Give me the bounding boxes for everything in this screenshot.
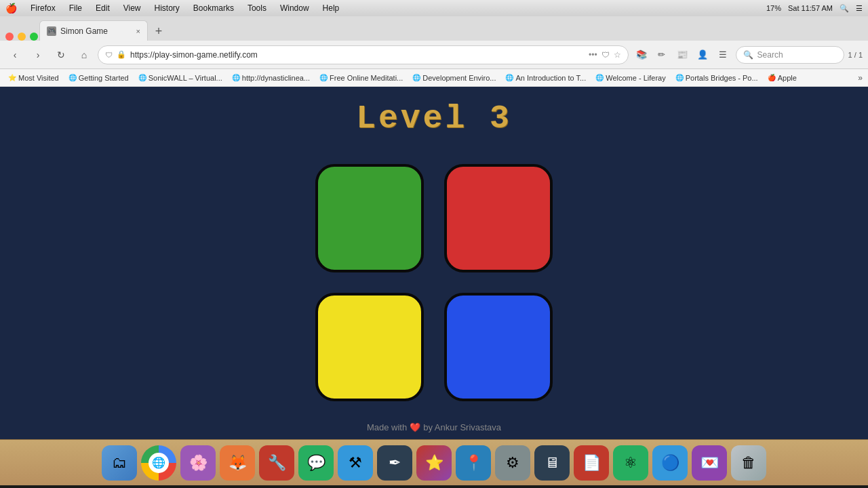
- bookmark-icon-4: 🌐: [232, 74, 240, 81]
- active-tab[interactable]: 🎮 Simon Game ×: [39, 20, 148, 41]
- bookmarks-bar: ⭐ Most Visited 🌐 Getting Started 🌐 Sonic…: [0, 69, 868, 87]
- bookmark-dev-env[interactable]: 🌐 Development Enviro...: [410, 73, 498, 83]
- bookmark-portals[interactable]: 🌐 Portals Bridges - Po...: [673, 73, 761, 83]
- dock-item-keelix[interactable]: ⭐: [416, 445, 452, 481]
- bookmark-liferay[interactable]: 🌐 Welcome - Liferay: [593, 73, 668, 83]
- bookmark-icon-5: 🌐: [319, 74, 328, 81]
- footer-author: by Ankur Srivastava: [423, 422, 501, 432]
- game-grid: [315, 164, 553, 401]
- bookmark-icon-8: 🌐: [595, 74, 604, 81]
- bookmark-meditation[interactable]: 🌐 Free Online Meditati...: [317, 73, 406, 83]
- menu-window[interactable]: Window: [277, 3, 312, 13]
- menu-tools[interactable]: Tools: [245, 3, 269, 13]
- menu-file[interactable]: File: [66, 3, 85, 13]
- dock-item-finder[interactable]: 🗂: [102, 445, 137, 481]
- close-window-button[interactable]: [5, 33, 14, 41]
- menu-button[interactable]: ☰: [714, 46, 732, 64]
- bookmark-icon-2: 🌐: [68, 74, 77, 81]
- dock-item-chrome[interactable]: 🌐: [141, 445, 176, 481]
- dock-item-terminal[interactable]: 🖥: [534, 445, 570, 481]
- dock-item-syspref[interactable]: ⚙: [495, 445, 530, 481]
- reload-button[interactable]: ↻: [52, 45, 71, 64]
- bookmark-icon-7: 🌐: [505, 74, 513, 81]
- bookmark-icon-3: 🌐: [138, 74, 146, 81]
- search-glass-icon: 🔍: [743, 50, 753, 60]
- bookmark-most-visited[interactable]: ⭐ Most Visited: [5, 73, 62, 83]
- tab-bar: 🎮 Simon Game × +: [0, 16, 868, 41]
- back-button[interactable]: ‹: [5, 45, 24, 64]
- tab-close-button[interactable]: ×: [136, 27, 140, 35]
- security-icon: 🔒: [117, 50, 126, 59]
- search-icon[interactable]: 🔍: [840, 4, 849, 13]
- bookmark-icon-9: 🌐: [675, 74, 684, 81]
- blue-button[interactable]: [444, 293, 553, 401]
- nav-actions: 📚 ✏ 📰 👤 ☰: [633, 46, 732, 64]
- browser-chrome: 🎮 Simon Game × + ‹ › ↻ ⌂ 🛡 🔒 https://pla…: [0, 16, 868, 87]
- dock-item-instamsg[interactable]: 💌: [692, 445, 727, 481]
- address-bar[interactable]: 🛡 🔒 https://play-simon-game.netlify.com …: [98, 45, 629, 64]
- url-text: https://play-simon-game.netlify.com: [130, 50, 585, 60]
- dock-item-xcode[interactable]: ⚒: [338, 445, 373, 481]
- dock-item-focus[interactable]: 📍: [456, 445, 491, 481]
- bookmark-intro[interactable]: 🌐 An Introduction to T...: [502, 73, 589, 83]
- account-button[interactable]: 👤: [694, 46, 711, 64]
- bookmark-dynastic[interactable]: 🌐 http://dynasticlinea...: [229, 73, 313, 83]
- menu-firefox[interactable]: Firefox: [28, 3, 58, 13]
- bookmark-apple[interactable]: 🍎 Apple: [765, 73, 800, 83]
- page-counter: 1 / 1: [848, 51, 863, 59]
- menu-bar: 🍎 Firefox File Edit View History Bookmar…: [0, 0, 868, 16]
- nav-bar: ‹ › ↻ ⌂ 🛡 🔒 https://play-simon-game.netl…: [0, 41, 868, 69]
- game-content: Level 3 Made with ❤️ by Ankur Srivastava: [0, 87, 868, 439]
- game-footer: Made with ❤️ by Ankur Srivastava: [367, 422, 501, 432]
- heart-icon: ❤️: [410, 422, 420, 432]
- dock-item-firefox[interactable]: 🦊: [220, 445, 255, 481]
- menubar-right: 17% Sat 11:57 AM 🔍 ☰: [766, 4, 863, 13]
- menu-view[interactable]: View: [121, 3, 144, 13]
- pocket-icon[interactable]: 🛡: [601, 50, 610, 60]
- bookmark-star-icon[interactable]: ☆: [614, 50, 621, 60]
- menu-history[interactable]: History: [152, 3, 182, 13]
- clock: Sat 11:57 AM: [788, 4, 833, 12]
- dock-item-tools[interactable]: 🔧: [259, 445, 294, 481]
- forward-button[interactable]: ›: [28, 45, 47, 64]
- bookmark-sonicwall[interactable]: 🌐 SonicWALL – Virtual...: [136, 73, 225, 83]
- dock-item-script[interactable]: ✒: [377, 445, 412, 481]
- dock-item-atom[interactable]: ⚛: [613, 445, 648, 481]
- dock-item-daisy[interactable]: 🌸: [180, 445, 216, 481]
- yellow-button[interactable]: [315, 293, 424, 401]
- bookmark-icon-10: 🍎: [768, 74, 776, 81]
- more-options-icon[interactable]: •••: [589, 50, 597, 60]
- tab-favicon: 🎮: [47, 26, 56, 36]
- library-button[interactable]: 📚: [633, 46, 650, 64]
- maximize-window-button[interactable]: [30, 33, 38, 41]
- bookmark-icon-6: 🌐: [412, 74, 420, 81]
- menu-bookmarks[interactable]: Bookmarks: [191, 3, 237, 13]
- apple-menu[interactable]: 🍎: [5, 3, 17, 14]
- reader-button[interactable]: 📰: [673, 46, 691, 64]
- dock: 🗂 🌐 🌸 🦊 🔧 💬 ⚒ ✒ ⭐ 📍 ⚙ 🖥 📄 ⚛ 🔵 💌 🗑: [0, 439, 868, 485]
- menu-help[interactable]: Help: [320, 3, 342, 13]
- game-level-title: Level 3: [356, 100, 512, 137]
- dock-item-adium[interactable]: 💬: [298, 445, 334, 481]
- tab-title: Simon Game: [60, 26, 108, 36]
- list-icon[interactable]: ☰: [856, 4, 863, 13]
- traffic-lights: [5, 33, 38, 41]
- minimize-window-button[interactable]: [18, 33, 26, 41]
- red-button[interactable]: [444, 164, 553, 272]
- footer-made-with: Made with: [367, 422, 407, 432]
- dock-item-trash[interactable]: 🗑: [731, 445, 766, 481]
- bookmark-icon: ⭐: [8, 74, 16, 81]
- battery-status: 17%: [766, 4, 781, 12]
- search-bar[interactable]: 🔍 Search: [736, 46, 844, 64]
- bookmarks-more-button[interactable]: »: [858, 73, 863, 83]
- dock-item-acrobat[interactable]: 📄: [574, 445, 609, 481]
- search-placeholder: Search: [757, 50, 783, 60]
- lock-icon: 🛡: [105, 51, 113, 59]
- menu-edit[interactable]: Edit: [93, 3, 113, 13]
- dock-item-pref2[interactable]: 🔵: [652, 445, 688, 481]
- new-tab-button[interactable]: +: [149, 22, 168, 41]
- home-button[interactable]: ⌂: [75, 45, 94, 64]
- sync-button[interactable]: ✏: [653, 46, 671, 64]
- bookmark-getting-started[interactable]: 🌐 Getting Started: [66, 73, 132, 83]
- green-button[interactable]: [315, 164, 424, 272]
